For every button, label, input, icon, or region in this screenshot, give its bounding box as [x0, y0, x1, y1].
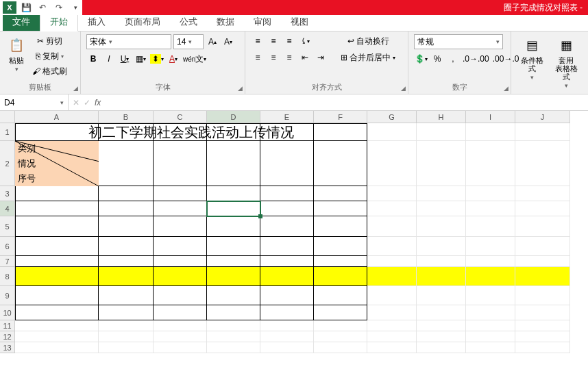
group-align-label: 对齐方式	[251, 81, 402, 92]
tab-home[interactable]: 开始	[40, 12, 78, 31]
percent-button[interactable]: %	[430, 52, 444, 66]
col-header-J[interactable]: J	[515, 111, 570, 123]
col-header-D[interactable]: D	[207, 111, 260, 123]
ribbon: 📋 粘贴 ▾ ✂剪切 ⎘复制▾ 🖌格式刷 剪贴板 ◢ 宋体▾ 14▾ A▴ A▾…	[0, 31, 588, 94]
bold-button[interactable]: B	[86, 52, 100, 66]
window-title: 圈子完成情况对照表 -	[82, 0, 588, 15]
cut-button[interactable]: ✂剪切	[32, 34, 68, 48]
phonetic-button[interactable]: wén文▾	[182, 52, 207, 66]
wrap-icon: ↩	[347, 36, 354, 46]
tab-file[interactable]: 文件	[3, 13, 40, 31]
number-format-combo[interactable]: 常规▾	[414, 34, 503, 49]
clipboard-launcher-icon[interactable]: ◢	[73, 85, 78, 92]
tab-review[interactable]: 审阅	[244, 13, 281, 31]
underline-button[interactable]: U▾	[118, 52, 132, 66]
group-font-label: 字体	[86, 81, 239, 92]
cancel-icon[interactable]: ✕	[73, 98, 79, 107]
merge-icon: ⊞	[341, 53, 347, 62]
align-launcher-icon[interactable]: ◢	[401, 85, 406, 92]
row-header-8[interactable]: 8	[0, 267, 15, 286]
number-launcher-icon[interactable]: ◢	[504, 85, 509, 92]
copy-button[interactable]: ⎘复制▾	[32, 49, 68, 63]
row-header-11[interactable]: 11	[0, 320, 15, 331]
qat-more-icon[interactable]: ▾	[69, 1, 82, 14]
conditional-format-button[interactable]: ▤ 条件格式 ▾	[517, 34, 547, 82]
tab-data[interactable]: 数据	[207, 13, 244, 31]
row-header-7[interactable]: 7	[0, 256, 15, 267]
border-button[interactable]: ▦▾	[134, 52, 147, 66]
copy-icon: ⎘	[36, 51, 40, 61]
col-header-B[interactable]: B	[99, 111, 154, 123]
row-header-13[interactable]: 13	[0, 342, 15, 353]
comma-button[interactable]: ,	[446, 52, 460, 66]
font-size-combo[interactable]: 14▾	[173, 34, 204, 49]
conditional-format-icon: ▤	[522, 36, 541, 55]
align-right-button[interactable]: ≡	[282, 51, 296, 64]
align-middle-button[interactable]: ≡	[267, 34, 280, 48]
increase-decimal-button[interactable]: .0→.00	[462, 52, 490, 66]
align-left-button[interactable]: ≡	[251, 51, 265, 64]
paste-icon: 📋	[7, 36, 26, 55]
select-all-corner[interactable]	[0, 111, 15, 123]
col-header-I[interactable]: I	[466, 111, 515, 123]
table-format-icon: ▦	[556, 36, 576, 55]
row-header-10[interactable]: 10	[0, 305, 15, 320]
align-bottom-button[interactable]: ≡	[282, 34, 296, 48]
col-header-A[interactable]: A	[15, 111, 99, 123]
increase-indent-button[interactable]: ⇥	[314, 51, 328, 64]
row-header-5[interactable]: 5	[0, 216, 15, 237]
row-header-1[interactable]: 1	[0, 123, 15, 141]
selected-cell[interactable]	[207, 201, 260, 216]
accounting-format-button[interactable]: 💲▾	[414, 52, 428, 66]
fx-icon[interactable]: fx	[95, 98, 101, 107]
increase-font-button[interactable]: A▴	[206, 35, 219, 49]
fill-color-button[interactable]: ⬍▾	[149, 52, 164, 66]
decrease-font-button[interactable]: A▾	[221, 35, 235, 49]
group-clipboard-label: 剪贴板	[5, 81, 75, 92]
row-header-4[interactable]: 4	[0, 201, 15, 216]
table-title: 初二下学期社会实践活动上传情况	[15, 123, 367, 141]
tab-view[interactable]: 视图	[281, 13, 318, 31]
font-name-combo[interactable]: 宋体▾	[86, 34, 171, 49]
formula-input[interactable]	[105, 94, 588, 110]
name-box[interactable]: D4▾	[0, 94, 69, 110]
row-header-9[interactable]: 9	[0, 286, 15, 305]
wrap-text-button[interactable]: ↩自动换行	[337, 34, 399, 48]
tab-formulas[interactable]: 公式	[170, 13, 207, 31]
row-header-6[interactable]: 6	[0, 237, 15, 256]
orientation-button[interactable]: ⤹▾	[298, 34, 312, 48]
format-as-table-button[interactable]: ▦ 套用 表格格式 ▾	[551, 34, 581, 90]
undo-icon[interactable]: ↶	[36, 1, 49, 14]
scissors-icon: ✂	[37, 36, 44, 46]
col-header-E[interactable]: E	[260, 111, 314, 123]
diagonal-header-cell: 类别情况序号	[15, 141, 99, 186]
align-center-button[interactable]: ≡	[267, 51, 280, 64]
decrease-indent-button[interactable]: ⇤	[298, 51, 312, 64]
col-header-G[interactable]: G	[367, 111, 417, 123]
col-header-F[interactable]: F	[314, 111, 367, 123]
italic-button[interactable]: I	[102, 52, 116, 66]
chevron-down-icon: ▾	[15, 66, 19, 73]
col-header-H[interactable]: H	[417, 111, 466, 123]
excel-icon: X	[3, 1, 16, 14]
row-header-3[interactable]: 3	[0, 186, 15, 201]
worksheet[interactable]: ABCDEFGHIJ 12345678910111213 初二下学期社会实践活动…	[0, 111, 588, 382]
col-header-C[interactable]: C	[154, 111, 207, 123]
save-icon[interactable]: 💾	[19, 1, 33, 14]
group-number-label: 数字	[414, 81, 505, 92]
font-launcher-icon[interactable]: ◢	[238, 85, 243, 92]
align-top-button[interactable]: ≡	[251, 34, 265, 48]
format-painter-button[interactable]: 🖌格式刷	[32, 64, 68, 78]
paste-button[interactable]: 📋 粘贴 ▾	[5, 34, 27, 74]
row-header-12[interactable]: 12	[0, 331, 15, 342]
merge-center-button[interactable]: ⊞合并后居中▾	[337, 51, 399, 64]
tab-insert[interactable]: 插入	[78, 13, 115, 31]
font-color-button[interactable]: A▾	[167, 52, 180, 66]
redo-icon[interactable]: ↷	[52, 1, 66, 14]
row-header-2[interactable]: 2	[0, 141, 15, 186]
enter-icon[interactable]: ✓	[84, 98, 90, 107]
tab-layout[interactable]: 页面布局	[115, 13, 170, 31]
brush-icon: 🖌	[32, 66, 40, 76]
ribbon-tabs: 文件 开始 插入 页面布局 公式 数据 审阅 视图	[0, 15, 588, 31]
